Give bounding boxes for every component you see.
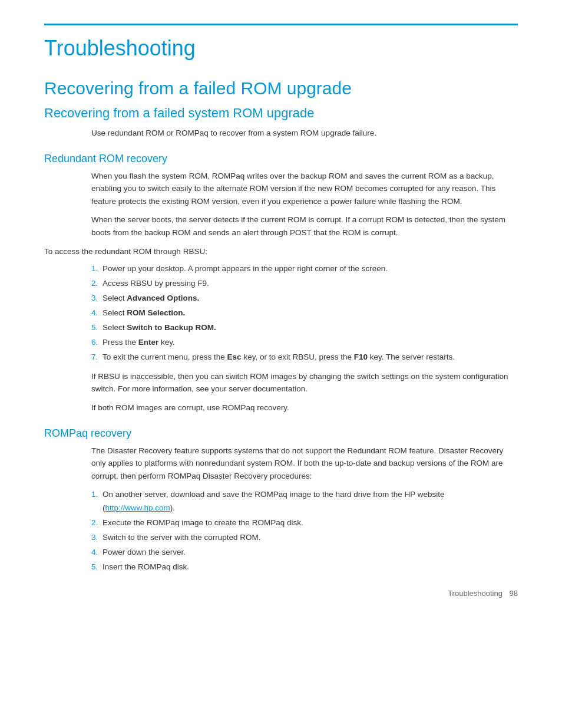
step-2-text: Access RBSU by pressing F9. bbox=[103, 279, 209, 288]
redundant-title: Redundant ROM recovery bbox=[44, 153, 518, 165]
step-4-text: Select ROM Selection. bbox=[103, 308, 185, 317]
redundant-paragraph2: When the server boots, the server detect… bbox=[91, 213, 518, 239]
step-2: Access RBSU by pressing F9. bbox=[100, 277, 518, 291]
rompaq-paragraph1: The Disaster Recovery feature supports s… bbox=[91, 444, 518, 483]
step-3-text: Select Advanced Options. bbox=[103, 294, 199, 302]
step-4: Select ROM Selection. bbox=[100, 307, 518, 320]
rompaq-step-1: On another server, download and save the… bbox=[100, 488, 518, 515]
rompaq-step-5: Insert the ROMPaq disk. bbox=[100, 561, 518, 574]
top-border bbox=[44, 24, 518, 25]
footer-page-number: 98 bbox=[510, 589, 518, 598]
step-1: Power up your desktop. A prompt appears … bbox=[100, 262, 518, 276]
step-3: Select Advanced Options. bbox=[100, 292, 518, 305]
redundant-paragraph3: If RBSU is inaccessible, then you can sw… bbox=[91, 370, 518, 396]
page-title: Troubleshooting bbox=[44, 36, 518, 61]
rompaq-step-2-text: Execute the ROMPaq image to create the R… bbox=[103, 518, 303, 527]
hp-link[interactable]: http://www.hp.com bbox=[105, 503, 170, 512]
intro-text: Use redundant ROM or ROMPaq to recover f… bbox=[91, 127, 518, 140]
step-1-text: Power up your desktop. A prompt appears … bbox=[103, 264, 388, 273]
step-5: Select Switch to Backup ROM. bbox=[100, 321, 518, 335]
footer: Troubleshooting 98 bbox=[448, 589, 518, 598]
step-7-text: To exit the current menu, press the Esc … bbox=[103, 353, 455, 361]
step-6-text: Press the Enter key. bbox=[103, 338, 175, 347]
step-5-text: Select Switch to Backup ROM. bbox=[103, 323, 216, 332]
rompaq-step-3-text: Switch to the server with the corrupted … bbox=[103, 533, 261, 542]
redundant-paragraph4: If both ROM images are corrupt, use ROMP… bbox=[91, 401, 518, 414]
step-6: Press the Enter key. bbox=[100, 336, 518, 350]
rompaq-step-4-text: Power down the server. bbox=[103, 548, 186, 556]
rompaq-title: ROMPaq recovery bbox=[44, 427, 518, 440]
redundant-steps-list: Power up your desktop. A prompt appears … bbox=[100, 262, 518, 364]
page-container: Troubleshooting Recovering from a failed… bbox=[0, 0, 562, 615]
rompaq-step-5-text: Insert the ROMPaq disk. bbox=[103, 562, 189, 571]
rompaq-section: ROMPaq recovery The Disaster Recovery fe… bbox=[44, 427, 518, 574]
sub-section-title: Recovering from a failed system ROM upgr… bbox=[44, 106, 518, 121]
redundant-paragraph1: When you flash the system ROM, ROMPaq wr… bbox=[91, 170, 518, 208]
rompaq-step-2: Execute the ROMPaq image to create the R… bbox=[100, 516, 518, 530]
footer-label: Troubleshooting bbox=[448, 589, 503, 598]
rompaq-step-4: Power down the server. bbox=[100, 546, 518, 559]
main-section-title: Recovering from a failed ROM upgrade bbox=[44, 78, 518, 98]
rompaq-step-3: Switch to the server with the corrupted … bbox=[100, 531, 518, 545]
rompaq-steps-list: On another server, download and save the… bbox=[100, 488, 518, 574]
rompaq-step-1-text: On another server, download and save the… bbox=[103, 490, 445, 512]
access-label: To access the redundant ROM through RBSU… bbox=[44, 245, 518, 258]
step-7: To exit the current menu, press the Esc … bbox=[100, 351, 518, 364]
redundant-rom-section: Redundant ROM recovery When you flash th… bbox=[44, 153, 518, 414]
